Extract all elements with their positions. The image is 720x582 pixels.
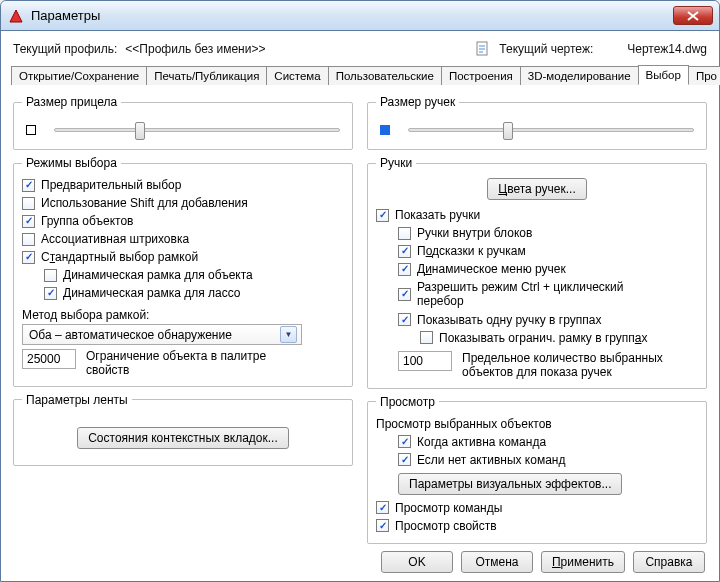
right-column: Размер ручек Ручки Цвета ручек... Показа… [367, 95, 707, 544]
group-pickbox-title: Размер прицела [22, 95, 121, 109]
ok-button[interactable]: OK [381, 551, 453, 573]
chk-shift-add[interactable]: Использование Shift для добавления [22, 194, 344, 212]
chk-assoc-hatch[interactable]: Ассоциативная штриховка [22, 230, 344, 248]
chk-dyn-frame-object[interactable]: Динамическая рамка для объекта [44, 266, 344, 284]
titlebar[interactable]: Параметры [1, 1, 719, 31]
window-method-label: Метод выбора рамкой: [22, 308, 344, 322]
visual-effects-button[interactable]: Параметры визуальных эффектов... [398, 473, 622, 495]
group-pickbox-size: Размер прицела [13, 95, 353, 150]
tab-print[interactable]: Печать/Публикация [146, 66, 267, 85]
app-icon [7, 7, 25, 25]
chevron-down-icon: ▼ [280, 326, 297, 343]
pickbox-slider[interactable] [54, 128, 340, 132]
pickbox-preview [26, 125, 36, 135]
group-ribbon: Параметры ленты Состояния контекстных вк… [13, 393, 353, 466]
tab-system[interactable]: Система [266, 66, 328, 85]
chk-dyn-frame-lasso[interactable]: Динамическая рамка для лассо [44, 284, 344, 302]
tab-drafting[interactable]: Построения [441, 66, 521, 85]
grip-colors-button[interactable]: Цвета ручек... [487, 178, 587, 200]
chk-grips-in-blocks[interactable]: Ручки внутри блоков [398, 224, 698, 242]
chk-dyn-grip-menu[interactable]: Динамическое меню ручек [398, 260, 698, 278]
apply-button[interactable]: Применить [541, 551, 625, 573]
chk-show-grips[interactable]: Показать ручки [376, 206, 698, 224]
group-preview: Просмотр Просмотр выбранных объектов Ког… [367, 395, 707, 544]
profile-label: Текущий профиль: [13, 42, 117, 56]
drawing-name: Чертеж14.dwg [627, 42, 707, 56]
window-title: Параметры [31, 8, 673, 23]
drawing-label: Текущий чертеж: [499, 42, 593, 56]
close-button[interactable] [673, 6, 713, 25]
tab-content: Размер прицела Режимы выбора Предварител… [11, 85, 709, 548]
left-column: Размер прицела Режимы выбора Предварител… [13, 95, 353, 544]
cancel-button[interactable]: Отмена [461, 551, 533, 573]
group-selection-modes: Режимы выбора Предварительный выбор Испо… [13, 156, 353, 387]
props-limit-label: Ограничение объекта в палитре свойств [86, 349, 286, 378]
tab-user[interactable]: Пользовательские [328, 66, 442, 85]
group-grips: Ручки Цвета ручек... Показать ручки Ручк… [367, 156, 707, 389]
profile-row: Текущий профиль: <<Профиль без имени>> Т… [11, 37, 709, 63]
preview-selected-label: Просмотр выбранных объектов [376, 417, 698, 431]
dialog-footer: OK Отмена Применить Справка [381, 551, 705, 573]
grip-slider[interactable] [408, 128, 694, 132]
tab-profiles[interactable]: Про [688, 66, 720, 85]
contextual-tab-states-button[interactable]: Состояния контекстных вкладок... [77, 427, 289, 449]
chk-command-preview[interactable]: Просмотр команды [376, 499, 698, 517]
group-preview-title: Просмотр [376, 395, 439, 409]
chk-object-group[interactable]: Группа объектов [22, 212, 344, 230]
group-grip-size: Размер ручек [367, 95, 707, 150]
tab-selection[interactable]: Выбор [638, 65, 689, 85]
props-limit-input[interactable]: 25000 [22, 349, 76, 369]
grip-limit-label: Предельное количество выбранных объектов… [462, 351, 682, 380]
chk-bbox-groups[interactable]: Показывать огранич. рамку в группах [420, 329, 698, 347]
chk-single-grip-group[interactable]: Показывать одну ручку в группах [398, 311, 698, 329]
dialog-window: Параметры Текущий профиль: <<Профиль без… [0, 0, 720, 582]
group-grip-size-title: Размер ручек [376, 95, 459, 109]
grip-preview [380, 125, 390, 135]
window-method-value: Оба – автоматическое обнаружение [29, 328, 232, 342]
window-method-select[interactable]: Оба – автоматическое обнаружение ▼ [22, 324, 302, 345]
help-button[interactable]: Справка [633, 551, 705, 573]
chk-preview-no-cmd[interactable]: Если нет активных команд [398, 451, 698, 469]
profile-name: <<Профиль без имени>> [125, 42, 265, 56]
group-selection-modes-title: Режимы выбора [22, 156, 121, 170]
chk-ctrl-cycle[interactable]: Разрешить режим Ctrl + циклический переб… [398, 278, 698, 311]
drawing-icon [475, 41, 491, 57]
chk-grip-tips[interactable]: Подсказки к ручкам [398, 242, 698, 260]
chk-implied-window[interactable]: Стандартный выбор рамкой [22, 248, 344, 266]
tab-open-save[interactable]: Открытие/Сохранение [11, 66, 147, 85]
grip-limit-input[interactable]: 100 [398, 351, 452, 371]
tabstrip: Открытие/Сохранение Печать/Публикация Си… [11, 63, 709, 85]
group-ribbon-title: Параметры ленты [22, 393, 132, 407]
chk-preselect[interactable]: Предварительный выбор [22, 176, 344, 194]
group-grips-title: Ручки [376, 156, 416, 170]
tab-3d[interactable]: 3D-моделирование [520, 66, 639, 85]
dialog-body: Текущий профиль: <<Профиль без имени>> Т… [1, 31, 719, 548]
chk-props-preview[interactable]: Просмотр свойств [376, 517, 698, 535]
chk-preview-cmd-active[interactable]: Когда активна команда [398, 433, 698, 451]
